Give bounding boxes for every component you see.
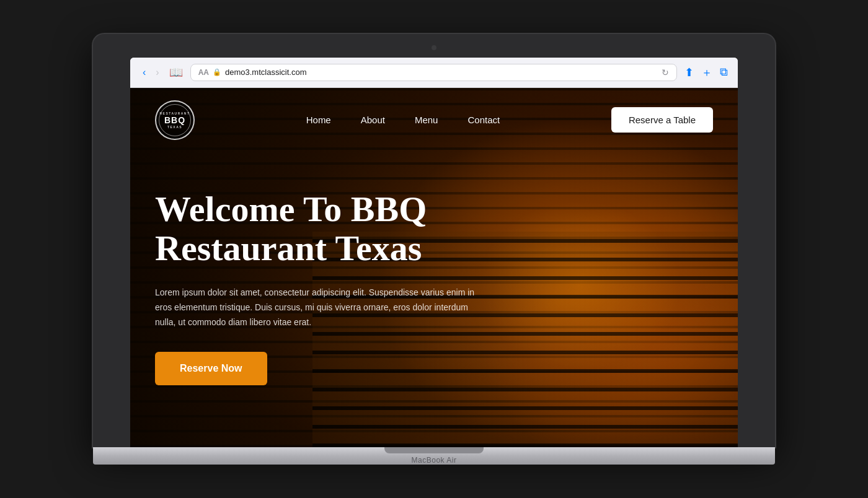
reload-icon[interactable]: ↻ <box>662 68 669 77</box>
forward-button[interactable]: › <box>153 66 161 79</box>
hero-title: Welcome To BBQ Restaurant Texas <box>155 190 539 269</box>
logo-text-bottom: TEXAS <box>167 125 182 129</box>
logo-ring <box>159 104 191 136</box>
nav-links: Home About Menu Contact <box>195 115 611 126</box>
nav-item-home[interactable]: Home <box>306 115 331 126</box>
laptop-label: MacBook Air <box>93 453 775 465</box>
tabs-button[interactable]: ⧉ <box>720 66 728 79</box>
laptop-shell: ‹ › 📖 AA 🔒 demo3.mtclassicit.com ↻ ⬆ ＋ ⧉ <box>93 34 775 465</box>
nav-link-contact[interactable]: Contact <box>467 115 500 125</box>
address-bar[interactable]: AA 🔒 demo3.mtclassicit.com ↻ <box>190 64 677 81</box>
laptop-screen: ‹ › 📖 AA 🔒 demo3.mtclassicit.com ↻ ⬆ ＋ ⧉ <box>130 58 738 447</box>
reserve-table-button[interactable]: Reserve a Table <box>611 107 713 133</box>
nav-item-menu[interactable]: Menu <box>415 115 438 126</box>
website-content: RESTAURANT BBQ TEXAS Home About Menu <box>130 88 738 447</box>
nav-link-menu[interactable]: Menu <box>415 115 438 125</box>
new-tab-button[interactable]: ＋ <box>701 65 712 80</box>
browser-chrome: ‹ › 📖 AA 🔒 demo3.mtclassicit.com ↻ ⬆ ＋ ⧉ <box>130 58 738 88</box>
hero-description: Lorem ipsum dolor sit amet, consectetur … <box>155 286 490 330</box>
reserve-now-button[interactable]: Reserve Now <box>155 352 267 385</box>
site-logo: RESTAURANT BBQ TEXAS <box>155 100 195 140</box>
laptop-notch <box>384 447 484 453</box>
lock-icon: 🔒 <box>213 68 221 76</box>
hero-content: Welcome To BBQ Restaurant Texas Lorem ip… <box>130 152 564 386</box>
browser-action-buttons: ⬆ ＋ ⧉ <box>684 65 728 80</box>
camera <box>432 45 436 50</box>
nav-link-about[interactable]: About <box>361 115 385 125</box>
share-button[interactable]: ⬆ <box>684 66 694 79</box>
bookmarks-icon[interactable]: 📖 <box>169 66 183 79</box>
back-button[interactable]: ‹ <box>140 66 148 79</box>
site-navigation: RESTAURANT BBQ TEXAS Home About Menu <box>130 88 738 152</box>
nav-link-home[interactable]: Home <box>306 115 331 125</box>
nav-item-about[interactable]: About <box>361 115 385 126</box>
screen-bezel: ‹ › 📖 AA 🔒 demo3.mtclassicit.com ↻ ⬆ ＋ ⧉ <box>93 34 775 447</box>
logo-text-top: RESTAURANT <box>159 111 190 115</box>
nav-item-contact[interactable]: Contact <box>467 115 500 126</box>
laptop-base: MacBook Air <box>93 447 775 465</box>
browser-navigation: ‹ › <box>140 66 162 79</box>
aa-label: AA <box>198 68 209 77</box>
url-display: demo3.mtclassicit.com <box>225 68 658 77</box>
